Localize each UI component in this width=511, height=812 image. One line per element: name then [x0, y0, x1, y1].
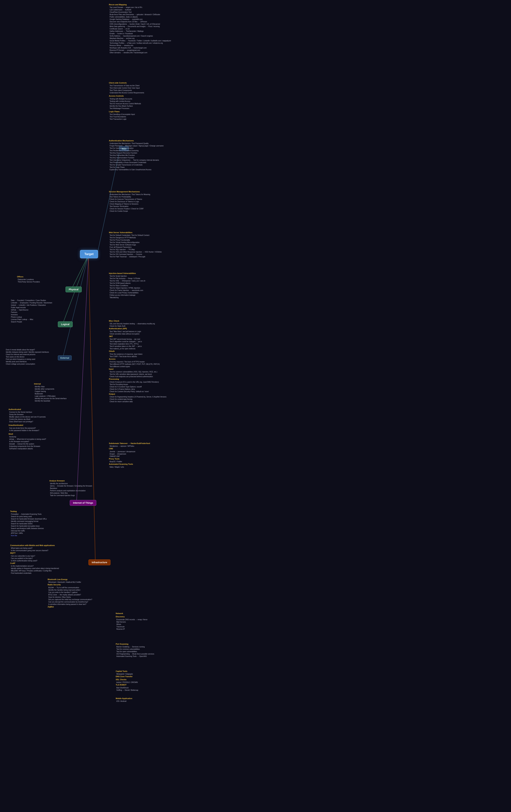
logical-node[interactable]: Logical: [58, 321, 73, 327]
svg-line-0: [72, 255, 88, 289]
iot-testing: Testing Firewalker → Automated Scanning …: [10, 510, 47, 537]
port-scanning: Port Scanning Banner Grabbing → Services…: [116, 643, 154, 658]
misc-check: Misc Check SSL and Security headers test…: [109, 320, 166, 403]
physical-items: Offices Datacenter Locations Third-Party…: [17, 276, 40, 283]
svg-line-2: [63, 255, 88, 357]
internal-items: Internal Identify chips Identify other c…: [34, 383, 66, 402]
web-client-side: Client-side Controls Test Transmission o…: [109, 82, 144, 120]
iot-communication: Communication with Mobile and Web applic…: [10, 544, 59, 575]
capital-ssl: Capital Tools Metasploit / Edgegate DNS …: [116, 670, 138, 691]
external-items: Does it reveal details about the target?…: [5, 349, 49, 365]
physical-node[interactable]: Physical: [65, 287, 82, 292]
external-node[interactable]: External: [58, 355, 72, 360]
target-node[interactable]: Target: [80, 250, 98, 258]
svg-line-4: [88, 255, 95, 561]
network-discovery: Network Discovery Enumerate DNS records …: [116, 612, 147, 630]
web-session: Session Management Mechanisms Understand…: [109, 191, 150, 212]
iot-bluetooth: Bluetooth Low Energy Wireshark / Ubertoo…: [48, 578, 92, 608]
cms-tools: Subdomain Takeover → HackerSubFinder/too…: [109, 442, 150, 468]
infrastructure-node[interactable]: Infrastructure: [88, 559, 110, 565]
iot-node[interactable]: Internet of Things: [70, 500, 96, 506]
iot-firmware: Analyze firmware Identify the architectu…: [49, 480, 92, 497]
mobile-apps: Mobile Application iOS / Android: [116, 697, 132, 702]
web-auth: Authentication Mechanisms Understand the…: [109, 140, 164, 171]
connections-svg: [0, 0, 511, 812]
logical-items: Data → Founded / Competitors / Case Stud…: [10, 299, 52, 323]
web-injection: Injection-based Vulnerabilities Test for…: [109, 272, 145, 299]
target-label[interactable]: Target: [80, 250, 98, 258]
shell-items: Authenticated Connect to the Serial inte…: [8, 408, 46, 450]
web-server-vulns: Web Server Vulnerabilities Test for Defa…: [109, 231, 162, 258]
mind-map-container: Target Physical Offices Datacenter Locat…: [0, 0, 511, 812]
recon-mapping: Recon and Mapping Top Level Domain → tar…: [109, 3, 171, 54]
